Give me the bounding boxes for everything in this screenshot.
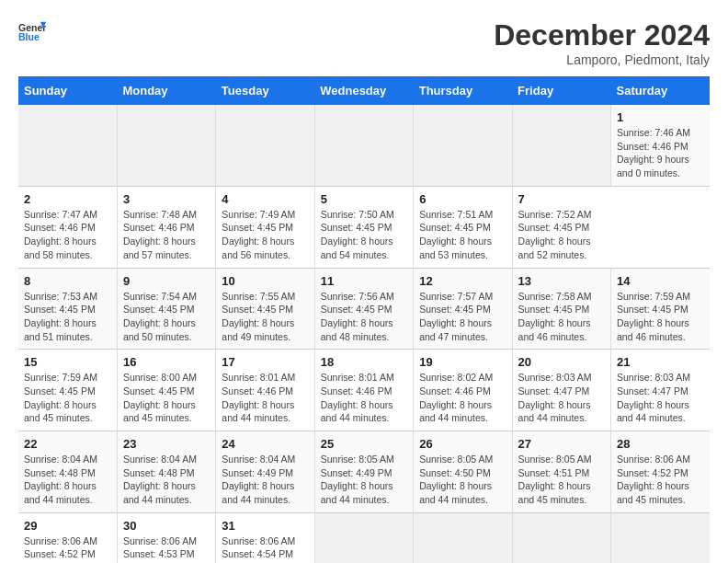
- day-info: Sunrise: 7:52 AMSunset: 4:45 PMDaylight:…: [518, 208, 606, 262]
- day-number: 8: [24, 274, 111, 288]
- day-info: Sunrise: 7:57 AMSunset: 4:45 PMDaylight:…: [419, 290, 506, 344]
- calendar-cell: 4Sunrise: 7:49 AMSunset: 4:45 PMDaylight…: [216, 186, 314, 268]
- weekday-header-row: SundayMondayTuesdayWednesdayThursdayFrid…: [18, 76, 710, 105]
- day-info: Sunrise: 8:05 AMSunset: 4:50 PMDaylight:…: [419, 453, 506, 507]
- calendar-cell: 9Sunrise: 7:54 AMSunset: 4:45 PMDaylight…: [117, 268, 215, 350]
- day-info: Sunrise: 8:03 AMSunset: 4:47 PMDaylight:…: [617, 371, 704, 425]
- calendar-cell: 2Sunrise: 7:47 AMSunset: 4:46 PMDaylight…: [18, 186, 117, 268]
- day-info: Sunrise: 7:50 AMSunset: 4:45 PMDaylight:…: [321, 208, 407, 262]
- day-number: 15: [24, 355, 111, 369]
- day-info: Sunrise: 7:58 AMSunset: 4:45 PMDaylight:…: [518, 290, 605, 344]
- day-number: 11: [321, 274, 407, 288]
- day-number: 16: [123, 355, 210, 369]
- day-number: 22: [24, 437, 111, 451]
- day-number: 2: [24, 192, 111, 206]
- calendar-week-row: 2Sunrise: 7:47 AMSunset: 4:46 PMDaylight…: [18, 186, 710, 268]
- calendar-cell: 21Sunrise: 8:03 AMSunset: 4:47 PMDayligh…: [611, 350, 710, 431]
- day-info: Sunrise: 8:06 AMSunset: 4:52 PMDaylight:…: [24, 534, 111, 563]
- day-info: Sunrise: 7:59 AMSunset: 4:45 PMDaylight:…: [617, 290, 704, 344]
- day-number: 19: [419, 355, 506, 369]
- day-info: Sunrise: 8:06 AMSunset: 4:53 PMDaylight:…: [123, 534, 210, 563]
- calendar-cell: 18Sunrise: 8:01 AMSunset: 4:46 PMDayligh…: [314, 350, 413, 431]
- day-number: 30: [123, 519, 210, 533]
- weekday-header-friday: Friday: [512, 76, 610, 105]
- calendar-cell: 5Sunrise: 7:50 AMSunset: 4:45 PMDaylight…: [314, 186, 413, 268]
- calendar-cell: 3Sunrise: 7:48 AMSunset: 4:46 PMDaylight…: [117, 186, 215, 268]
- day-number: 26: [419, 437, 506, 451]
- month-title: December 2024: [494, 18, 710, 52]
- calendar-cell: 28Sunrise: 8:06 AMSunset: 4:52 PMDayligh…: [611, 431, 710, 513]
- calendar-cell: 30Sunrise: 8:06 AMSunset: 4:53 PMDayligh…: [117, 512, 215, 563]
- day-info: Sunrise: 8:06 AMSunset: 4:52 PMDaylight:…: [617, 453, 704, 507]
- calendar-cell: 25Sunrise: 8:05 AMSunset: 4:49 PMDayligh…: [314, 431, 413, 513]
- calendar-cell: [18, 105, 117, 186]
- day-info: Sunrise: 7:47 AMSunset: 4:46 PMDaylight:…: [24, 208, 111, 262]
- calendar-table: SundayMondayTuesdayWednesdayThursdayFrid…: [18, 76, 710, 563]
- day-number: 4: [222, 192, 308, 206]
- day-number: 24: [222, 437, 308, 451]
- day-number: 9: [123, 274, 210, 288]
- calendar-cell: 7Sunrise: 7:52 AMSunset: 4:45 PMDaylight…: [512, 186, 610, 268]
- day-info: Sunrise: 7:51 AMSunset: 4:45 PMDaylight:…: [419, 208, 506, 262]
- day-number: 29: [24, 519, 111, 533]
- day-info: Sunrise: 7:55 AMSunset: 4:45 PMDaylight:…: [222, 290, 308, 344]
- weekday-header-saturday: Saturday: [611, 76, 710, 105]
- page-header: General Blue December 2024 Lamporo, Pied…: [18, 18, 710, 67]
- weekday-header-sunday: Sunday: [18, 76, 117, 105]
- calendar-cell: 8Sunrise: 7:53 AMSunset: 4:45 PMDaylight…: [18, 268, 117, 350]
- calendar-week-row: 1Sunrise: 7:46 AMSunset: 4:46 PMDaylight…: [18, 105, 710, 186]
- calendar-cell: [414, 105, 512, 186]
- day-info: Sunrise: 8:05 AMSunset: 4:51 PMDaylight:…: [518, 453, 605, 507]
- day-info: Sunrise: 7:56 AMSunset: 4:45 PMDaylight:…: [321, 290, 407, 344]
- calendar-cell: [117, 105, 215, 186]
- day-info: Sunrise: 8:03 AMSunset: 4:47 PMDaylight:…: [518, 371, 605, 425]
- day-number: 10: [222, 274, 308, 288]
- day-number: 18: [321, 355, 407, 369]
- weekday-header-thursday: Thursday: [414, 76, 512, 105]
- calendar-cell: [611, 512, 710, 563]
- day-info: Sunrise: 7:46 AMSunset: 4:46 PMDaylight:…: [617, 126, 704, 180]
- day-info: Sunrise: 8:04 AMSunset: 4:48 PMDaylight:…: [123, 453, 210, 507]
- day-number: 13: [518, 274, 605, 288]
- calendar-cell: 6Sunrise: 7:51 AMSunset: 4:45 PMDaylight…: [414, 186, 512, 268]
- calendar-cell: 27Sunrise: 8:05 AMSunset: 4:51 PMDayligh…: [512, 431, 610, 513]
- day-number: 27: [518, 437, 605, 451]
- calendar-cell: [216, 105, 314, 186]
- calendar-cell: 26Sunrise: 8:05 AMSunset: 4:50 PMDayligh…: [414, 431, 512, 513]
- calendar-cell: 15Sunrise: 7:59 AMSunset: 4:45 PMDayligh…: [18, 350, 117, 431]
- day-number: 20: [518, 355, 605, 369]
- calendar-week-row: 22Sunrise: 8:04 AMSunset: 4:48 PMDayligh…: [18, 431, 710, 513]
- day-info: Sunrise: 8:04 AMSunset: 4:49 PMDaylight:…: [222, 453, 308, 507]
- day-number: 5: [321, 192, 407, 206]
- day-number: 31: [222, 519, 308, 533]
- calendar-week-row: 15Sunrise: 7:59 AMSunset: 4:45 PMDayligh…: [18, 350, 710, 431]
- calendar-cell: [414, 512, 512, 563]
- day-info: Sunrise: 8:00 AMSunset: 4:45 PMDaylight:…: [123, 371, 210, 425]
- calendar-cell: [314, 105, 413, 186]
- weekday-header-tuesday: Tuesday: [216, 76, 314, 105]
- calendar-cell: 14Sunrise: 7:59 AMSunset: 4:45 PMDayligh…: [611, 268, 710, 350]
- day-info: Sunrise: 7:54 AMSunset: 4:45 PMDaylight:…: [123, 290, 210, 344]
- day-info: Sunrise: 7:48 AMSunset: 4:46 PMDaylight:…: [123, 208, 210, 262]
- day-info: Sunrise: 7:53 AMSunset: 4:45 PMDaylight:…: [24, 290, 111, 344]
- day-number: 21: [617, 355, 704, 369]
- day-number: 1: [617, 110, 704, 124]
- calendar-cell: 1Sunrise: 7:46 AMSunset: 4:46 PMDaylight…: [611, 105, 710, 186]
- day-number: 7: [518, 192, 606, 206]
- calendar-week-row: 8Sunrise: 7:53 AMSunset: 4:45 PMDaylight…: [18, 268, 710, 350]
- day-number: 23: [123, 437, 210, 451]
- day-number: 12: [419, 274, 506, 288]
- weekday-header-monday: Monday: [117, 76, 215, 105]
- calendar-cell: 10Sunrise: 7:55 AMSunset: 4:45 PMDayligh…: [216, 268, 314, 350]
- calendar-cell: [512, 105, 610, 186]
- logo: General Blue: [18, 18, 46, 46]
- day-info: Sunrise: 8:05 AMSunset: 4:49 PMDaylight:…: [321, 453, 407, 507]
- calendar-cell: [314, 512, 413, 563]
- weekday-header-wednesday: Wednesday: [314, 76, 413, 105]
- title-block: December 2024 Lamporo, Piedmont, Italy: [494, 18, 710, 67]
- calendar-cell: 22Sunrise: 8:04 AMSunset: 4:48 PMDayligh…: [18, 431, 117, 513]
- calendar-cell: 12Sunrise: 7:57 AMSunset: 4:45 PMDayligh…: [414, 268, 512, 350]
- calendar-cell: 19Sunrise: 8:02 AMSunset: 4:46 PMDayligh…: [414, 350, 512, 431]
- day-info: Sunrise: 7:59 AMSunset: 4:45 PMDaylight:…: [24, 371, 111, 425]
- calendar-cell: [512, 512, 610, 563]
